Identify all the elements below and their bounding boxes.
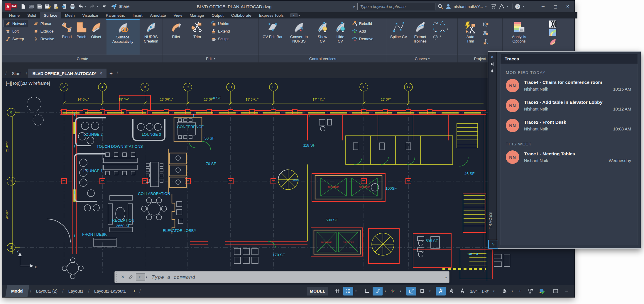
project-to-view-icon[interactable]: [482, 30, 489, 36]
save-as-button[interactable]: [44, 3, 52, 10]
blend-curve-icon[interactable]: [433, 28, 438, 33]
clean-screen-toggle[interactable]: [551, 287, 561, 295]
project-to-uv-icon[interactable]: [482, 21, 489, 27]
surface-network-button[interactable]: Network: [4, 20, 28, 27]
surface-extend-button[interactable]: Extend: [209, 27, 231, 35]
spline-freehand-icon[interactable]: [433, 21, 438, 26]
cv-add-button[interactable]: Add: [350, 27, 375, 35]
file-tab-current-drawing[interactable]: BLVD OFFICE_PLAN-AUTOCAD* ✕: [28, 69, 107, 78]
show-cv-button[interactable]: ShowCV: [313, 19, 332, 55]
circle-curve-icon[interactable]: [433, 35, 438, 40]
customize-quick-access-button[interactable]: [100, 3, 108, 10]
command-bar-drag-handle[interactable]: [115, 271, 119, 283]
undo-dropdown[interactable]: ▾: [85, 5, 88, 8]
isometric-drafting-toggle[interactable]: [388, 287, 398, 295]
snap-mode-toggle[interactable]: [343, 287, 353, 295]
layout-tab-layout2-layout1[interactable]: Layout2-Layout1: [90, 285, 130, 297]
recent-commands-icon[interactable]: >_: [136, 273, 145, 281]
palette-close-icon[interactable]: ✕: [489, 54, 495, 60]
help-dropdown[interactable]: ▾: [523, 5, 526, 8]
ribbon-tab-annotate[interactable]: Annotate: [146, 12, 170, 18]
iso-dropdown[interactable]: ▾: [399, 290, 402, 293]
panel-label-curves[interactable]: Curves▾: [387, 55, 457, 62]
search-icon[interactable]: [438, 4, 443, 9]
grid-display-toggle[interactable]: [332, 287, 342, 295]
minimize-button[interactable]: ─: [538, 2, 548, 11]
ribbon-tab-collaborate[interactable]: Collaborate: [227, 12, 255, 18]
osnap-dropdown[interactable]: ▾: [428, 290, 432, 293]
share-button[interactable]: Share: [111, 4, 129, 9]
ribbon-tab-parametric[interactable]: Parametric: [102, 12, 129, 18]
curve-option-dropdown[interactable]: ▾: [447, 28, 450, 33]
surface-blend-button[interactable]: Blend: [60, 19, 74, 55]
command-close-icon[interactable]: ✕: [119, 273, 126, 281]
convert-to-nurbs-button[interactable]: Convert toNURBS: [285, 19, 313, 55]
user-avatar-icon[interactable]: [445, 4, 451, 9]
polar-tracking-toggle[interactable]: [373, 287, 383, 295]
trace-toolbar-mini-icon[interactable]: ∿: [488, 240, 498, 249]
user-dropdown[interactable]: ▾: [485, 5, 488, 8]
ribbon-tab-express-tools[interactable]: Express Tools: [255, 12, 288, 18]
ribbon-tab-manage[interactable]: Manage: [186, 12, 208, 18]
annotation-scale-icon[interactable]: [457, 287, 467, 295]
cv-remove-button[interactable]: Remove: [350, 35, 375, 43]
surface-patch-button[interactable]: Patch: [74, 19, 89, 55]
polar-dropdown[interactable]: ▾: [383, 290, 387, 293]
curvature-analysis-icon[interactable]: [549, 29, 557, 37]
search-input[interactable]: [359, 4, 433, 9]
search-box[interactable]: [357, 3, 435, 10]
new-layout-button[interactable]: +: [130, 286, 139, 296]
command-history-up-icon[interactable]: ▴: [445, 275, 447, 279]
extract-isolines-button[interactable]: ExtractIsolines: [409, 19, 431, 55]
workspace-dropdown[interactable]: ▾: [511, 290, 514, 293]
recent-commands-dropdown[interactable]: ▾: [146, 276, 149, 278]
command-input[interactable]: [149, 274, 445, 280]
surface-sculpt-button[interactable]: Sculpt: [209, 35, 231, 43]
save-button[interactable]: [36, 3, 43, 10]
ribbon-tab-surface[interactable]: Surface: [40, 12, 61, 18]
graphics-performance-toggle[interactable]: [537, 287, 547, 295]
trace-list-item[interactable]: NNTrace2 - Front DeskNishant Naik10:08 A…: [506, 119, 631, 132]
scale-dropdown[interactable]: ▾: [492, 290, 496, 293]
surface-revolve-button[interactable]: Revolve: [32, 35, 56, 43]
layout-tab-layout1-2-[interactable]: Layout1 (2): [32, 285, 62, 297]
ribbon-tab-home[interactable]: Home: [5, 12, 23, 18]
ribbon-tab-output[interactable]: Output: [208, 12, 227, 18]
annotation-visibility-toggle[interactable]: [436, 287, 446, 295]
surface-associativity-toggle[interactable]: SurfaceAssociativity: [106, 19, 140, 56]
surface-offset-button[interactable]: Offset: [89, 19, 104, 55]
ribbon-tab-view[interactable]: View: [170, 12, 186, 18]
new-drawing-tab-button[interactable]: +: [107, 69, 115, 78]
analysis-options-button[interactable]: AnalysisOptions: [506, 19, 533, 55]
cv-rebuild-button[interactable]: Rebuild: [350, 20, 375, 27]
palette-properties-gear-icon[interactable]: [489, 68, 495, 74]
app-menu-button[interactable]: A CAD: [5, 2, 15, 11]
draft-analysis-icon[interactable]: [549, 38, 557, 45]
spline-knot-icon[interactable]: [440, 21, 445, 26]
layout-tab-model[interactable]: Model: [5, 285, 29, 297]
snap-dropdown[interactable]: ▾: [354, 290, 358, 293]
help-icon[interactable]: ?: [515, 4, 520, 9]
circle-option-dropdown[interactable]: ▾: [440, 35, 443, 40]
annotation-scale-value[interactable]: 1/8" = 1'-0": [468, 287, 491, 295]
search-expand-icon[interactable]: ▸: [354, 5, 355, 9]
trace-list-item[interactable]: NNTrace1 - Meeting TablesNishant NaikWed…: [506, 150, 631, 164]
viewport-controls[interactable]: [−][Top][2D Wireframe]: [6, 81, 50, 86]
annotation-autoscale-toggle[interactable]: [447, 287, 457, 295]
zebra-analysis-icon[interactable]: [549, 20, 557, 28]
ribbon-tab-solid[interactable]: Solid: [23, 12, 40, 18]
surface-sweep-button[interactable]: Sweep: [4, 35, 28, 43]
panel-label-edit[interactable]: Edit▾: [163, 55, 258, 62]
command-customize-wrench-icon[interactable]: [126, 273, 134, 281]
plot-button[interactable]: [69, 3, 76, 10]
model-space-toggle[interactable]: MODEL: [307, 287, 328, 295]
save-to-web-mobile-button[interactable]: [60, 3, 68, 10]
panel-label-control-vertices[interactable]: Control Vertices: [259, 55, 387, 62]
open-file-button[interactable]: [28, 3, 35, 10]
surface-untrim-button[interactable]: Untrim: [209, 20, 231, 27]
undo-button[interactable]: [77, 3, 84, 10]
signed-in-user[interactable]: nishant.naikVY...: [454, 4, 483, 9]
panel-label-create[interactable]: Create: [2, 55, 163, 62]
spline-cv-button[interactable]: Spline CV: [388, 19, 409, 55]
annotation-monitor-button[interactable]: +: [515, 287, 525, 295]
